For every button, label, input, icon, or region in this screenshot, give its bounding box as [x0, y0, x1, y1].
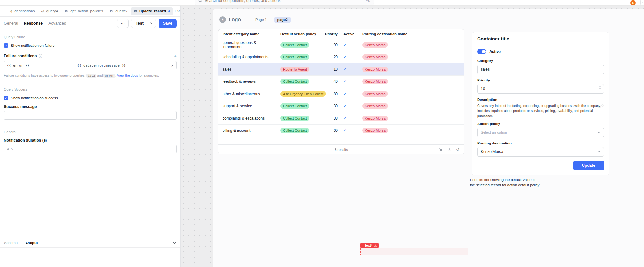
- cell-category: sales: [218, 67, 276, 72]
- failure-notify-checkbox[interactable]: ✓: [4, 43, 8, 48]
- success-message-label: Success message: [4, 104, 177, 109]
- routing-pill: Kenzo Morsa: [362, 128, 388, 133]
- global-search[interactable]: ^K: [195, 0, 374, 5]
- selected-component-outline[interactable]: [360, 248, 468, 255]
- logo-icon: ★: [219, 16, 226, 23]
- postgres-icon: [64, 9, 68, 13]
- failure-message-input[interactable]: {{ data.error.message }} ×: [74, 61, 177, 69]
- active-toggle[interactable]: [477, 49, 486, 54]
- cell-category: general questions & information: [218, 40, 276, 49]
- query-tab-query4[interactable]: ⇄ query4: [38, 7, 61, 15]
- success-notify-checkbox[interactable]: ✓: [4, 96, 8, 100]
- routing-pill: Kenzo Morsa: [362, 79, 388, 84]
- chevron-down-icon: [598, 151, 600, 153]
- page-tab-2[interactable]: page2: [274, 17, 291, 23]
- header-default-action-policy[interactable]: Default action policy: [276, 32, 322, 36]
- new-query-button[interactable]: +: [174, 8, 176, 15]
- query-failure-heading: Query Failure: [4, 35, 177, 39]
- active-check-icon: ✓: [343, 43, 347, 47]
- table-row[interactable]: feedback & reviews Collect Contact 40 ✓ …: [218, 76, 464, 88]
- app-header: ★ Logo Page 1 page2: [219, 16, 291, 23]
- priority-stepper[interactable]: [599, 86, 601, 90]
- more-options-button[interactable]: ⋯: [117, 19, 129, 28]
- filter-icon[interactable]: [439, 148, 443, 151]
- table-row[interactable]: scheduling & appointments Collect Contac…: [218, 51, 464, 64]
- query-tab-destinations[interactable]: g_destinations: [7, 7, 38, 15]
- header-active[interactable]: Active: [338, 32, 358, 36]
- policy-pill: Ask Urgency Then Collect: [280, 91, 326, 97]
- success-message-input[interactable]: [4, 111, 177, 120]
- clear-condition-icon[interactable]: ×: [171, 63, 173, 68]
- test-split-button[interactable]: Test: [131, 19, 156, 28]
- query-tab-bar: g_destinations ⇄ query4 get_action_polic…: [0, 6, 180, 17]
- tab-advanced[interactable]: Advanced: [48, 21, 66, 25]
- cell-category: complaints & escalations: [218, 116, 276, 121]
- cell-priority: 99: [322, 43, 338, 47]
- active-check-icon: ✓: [343, 116, 347, 121]
- routing-pill: Kenzo Morsa: [362, 91, 388, 97]
- test-dropdown-chevron[interactable]: [147, 22, 156, 24]
- table-row-selected[interactable]: sales Route To Agent 10 ✓ Kenzo Morsa: [218, 63, 464, 76]
- editor-canvas[interactable]: ★ Logo Page 1 page2 Intent category name…: [181, 6, 644, 267]
- help-icon[interactable]: ?: [39, 54, 42, 58]
- search-icon: [198, 0, 202, 3]
- test-button-label[interactable]: Test: [131, 21, 147, 25]
- search-shortcut: ^K: [366, 0, 371, 3]
- annotation-text: issue its not showing the default value …: [470, 177, 541, 187]
- postgres-icon: [133, 9, 138, 13]
- query-tab-update-record[interactable]: update_record: [131, 7, 173, 15]
- unsaved-indicator: [168, 10, 170, 12]
- output-label[interactable]: Output: [26, 241, 38, 245]
- table-row[interactable]: billing & account Collect Contact 60 ✓ K…: [218, 125, 464, 137]
- query-tab-query5[interactable]: query5: [106, 7, 130, 15]
- chevron-down-icon: [173, 242, 176, 244]
- priority-input[interactable]: [477, 84, 604, 94]
- routing-pill: Kenzo Morsa: [362, 103, 388, 109]
- query-tab-get-action-policies[interactable]: get_action_policies: [61, 7, 106, 15]
- notification-duration-label: Notification duration (s): [4, 138, 177, 143]
- chevron-down-icon: [598, 131, 600, 133]
- schema-label[interactable]: Schema: [4, 241, 18, 245]
- header-intent-category[interactable]: Intent category name: [218, 32, 276, 36]
- hamburger-icon[interactable]: [3, 7, 6, 15]
- collapse-output-button[interactable]: [173, 242, 176, 244]
- edit-pencil-icon[interactable]: [600, 104, 604, 108]
- failure-condition-input[interactable]: {{ error }}: [4, 61, 74, 69]
- update-button[interactable]: Update: [573, 161, 604, 170]
- page-tab-1[interactable]: Page 1: [252, 17, 270, 23]
- category-input[interactable]: [477, 65, 604, 74]
- download-icon[interactable]: [448, 148, 451, 151]
- avatar[interactable]: K: [630, 0, 636, 5]
- notification-duration-input[interactable]: [4, 145, 177, 153]
- header-routing-destination[interactable]: Routing destination name: [358, 32, 464, 36]
- table-row[interactable]: other & miscellaneous Ask Urgency Then C…: [218, 88, 464, 100]
- table-row[interactable]: general questions & information Collect …: [218, 39, 464, 51]
- drag-handle-icon[interactable]: [362, 244, 364, 247]
- policy-pill: Collect Contact: [280, 79, 309, 84]
- search-input[interactable]: [205, 0, 364, 3]
- routing-destination-value: Kenzo Morsa: [481, 150, 503, 154]
- query-editor-panel: g_destinations ⇄ query4 get_action_polic…: [0, 6, 181, 267]
- tab-general[interactable]: General: [4, 21, 18, 25]
- routing-pill: Kenzo Morsa: [362, 42, 388, 48]
- table-row[interactable]: support & service Collect Contact 30 ✓ K…: [218, 100, 464, 113]
- routing-destination-select[interactable]: Kenzo Morsa: [477, 147, 604, 157]
- refresh-icon[interactable]: ↺: [456, 147, 459, 152]
- save-button[interactable]: Save: [159, 19, 177, 28]
- component-badge-text4[interactable]: text4 ⚠: [360, 243, 379, 248]
- close-tab-button[interactable]: ×: [177, 8, 180, 15]
- failure-notify-label: Show notification on failure: [11, 44, 54, 47]
- policy-pill: Collect Contact: [280, 103, 309, 109]
- editor-header: General Response Advanced ⋯ Test Save: [0, 17, 180, 30]
- header-priority[interactable]: Priority: [322, 32, 338, 36]
- cell-category: billing & account: [218, 128, 276, 133]
- routing-pill: Kenzo Morsa: [362, 54, 388, 60]
- routing-destination-label: Routing destination: [477, 141, 604, 145]
- action-policy-select[interactable]: Select an option: [477, 128, 604, 137]
- table-row[interactable]: complaints & escalations Collect Contact…: [218, 112, 464, 125]
- view-docs-link[interactable]: View the docs: [117, 74, 138, 77]
- tab-response[interactable]: Response: [24, 21, 43, 25]
- failure-helper-text: Failure conditions have access to two qu…: [4, 73, 177, 78]
- add-condition-button[interactable]: +: [174, 53, 177, 59]
- topbar-edge-button[interactable]: [640, 0, 644, 6]
